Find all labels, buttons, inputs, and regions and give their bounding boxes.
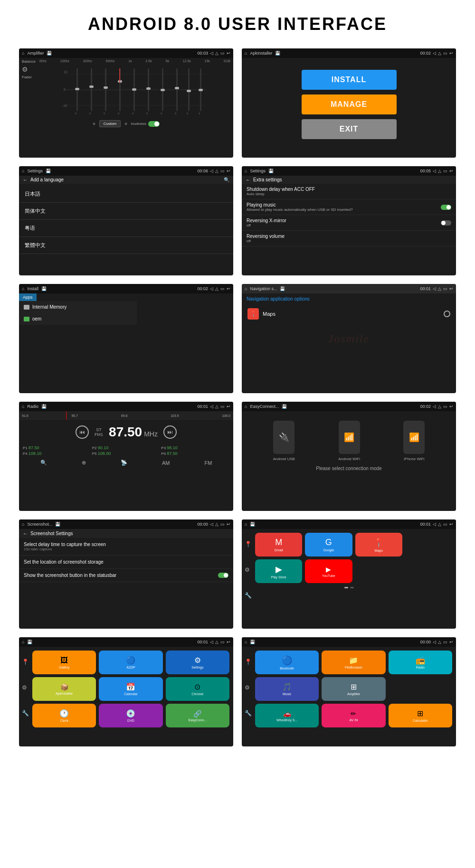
preset-p4[interactable]: P4 106.10 xyxy=(23,451,91,456)
playing-music-toggle[interactable] xyxy=(441,205,451,210)
back-icon: ↩ xyxy=(449,640,453,644)
home-icon[interactable]: ⌂ xyxy=(22,404,24,409)
loudness-toggle-switch[interactable] xyxy=(148,121,160,127)
home-icon[interactable]: ⌂ xyxy=(22,522,24,527)
gallery-tile[interactable]: 🖼 Gallery xyxy=(32,651,96,674)
svg-rect-16 xyxy=(132,88,136,91)
back-icon: ↩ xyxy=(449,522,453,527)
battery-icon: ▭ xyxy=(220,169,225,173)
dvd-tile[interactable]: 💿 DVD xyxy=(99,704,162,727)
radio-title: Radio xyxy=(27,404,38,409)
svg-text:0: 0 xyxy=(187,112,189,115)
calculator-tile[interactable]: ⊞ Calculator xyxy=(389,704,452,727)
radio-search-button[interactable]: 🔍 xyxy=(40,460,47,466)
back-arrow[interactable]: ← xyxy=(23,177,28,182)
signal-icon: ◁ xyxy=(210,640,213,644)
amplifier-tile[interactable]: ⊞ Amplifier xyxy=(322,677,385,701)
maps-app-tile[interactable]: 📍 Maps xyxy=(355,533,402,557)
statusbar-toggle[interactable] xyxy=(218,573,228,578)
bluetooth-tile[interactable]: 🔵 Bluetooth xyxy=(255,651,319,674)
home-icon[interactable]: ⌂ xyxy=(245,286,247,291)
android-wifi-item[interactable]: 📶 Android WiFi xyxy=(338,421,360,461)
android-wifi-label: Android WiFi xyxy=(338,457,360,461)
lang-item-japanese[interactable]: 日本語 xyxy=(19,186,233,203)
radio-am-button[interactable]: AM xyxy=(162,460,170,466)
lang-item-traditional-chinese[interactable]: 繁體中文 xyxy=(19,237,233,254)
manage-button[interactable]: MANAGE xyxy=(302,94,397,114)
custom-button[interactable]: Custom xyxy=(99,120,121,127)
wheelkey-tile[interactable]: 🚗 WheelKey S... xyxy=(255,704,319,727)
search-icon[interactable]: 🔍 xyxy=(224,177,229,182)
youtube-app-tile[interactable]: ▶ YouTube xyxy=(305,559,352,583)
volume-icon: △ xyxy=(215,169,218,173)
music-tile[interactable]: 🎵 Music xyxy=(255,677,319,701)
svg-rect-10 xyxy=(105,68,106,111)
app-grid-2-screen: ⌂ 💾 00:01 ◁ △ ▭ ↩ 📍 ⚙ 🔧 🖼 Gallery xyxy=(19,637,233,746)
home-icon[interactable]: ⌂ xyxy=(245,404,247,409)
signal-icon: ◁ xyxy=(210,522,213,527)
back-arrow[interactable]: ← xyxy=(246,177,250,182)
gmail-app-tile[interactable]: M Gmail xyxy=(255,533,302,557)
apkinstaller-tile[interactable]: 📦 ApkInstaller xyxy=(32,677,96,701)
screenshot-screen: ⌂ Screenshot... 💾 00:00 ◁ △ ▭ ↩ ← Screen… xyxy=(19,519,233,629)
home-icon[interactable]: ⌂ xyxy=(245,640,247,644)
calendar-tile[interactable]: 📅 Calendar xyxy=(99,677,162,701)
avin-tile[interactable]: ✏ AV IN xyxy=(322,704,385,727)
a2dp-tile[interactable]: 🔵 A2DP xyxy=(99,651,162,674)
preset-p3[interactable]: P3 98.10 xyxy=(161,445,229,450)
radio-bluetooth-button[interactable]: ⊕ xyxy=(82,460,86,466)
chrome-tile[interactable]: ⊙ Chrome xyxy=(166,677,229,701)
lang-item-cantonese[interactable]: 粤语 xyxy=(19,220,233,237)
home-icon[interactable]: ⌂ xyxy=(22,286,24,291)
battery-icon: ▭ xyxy=(220,51,225,56)
oem-item[interactable]: oem xyxy=(19,313,137,325)
back-icon: ↩ xyxy=(227,404,230,409)
settings-extra-screen: ⌂ Settings 💾 00:05 ◁ △ ▭ ↩ ← Extra setti… xyxy=(242,166,456,275)
back-arrow[interactable]: ← xyxy=(23,531,28,536)
clock-tile[interactable]: 🕐 Clock xyxy=(32,704,96,727)
extra-item-music: Playing music Allowed to play music auto… xyxy=(242,199,456,215)
eq-label-5k: 5k xyxy=(165,59,169,63)
svg-rect-11 xyxy=(104,86,108,89)
home-icon[interactable]: ⌂ xyxy=(245,522,247,527)
exit-button[interactable]: EXIT xyxy=(302,119,397,139)
iphone-wifi-item[interactable]: 📶 iPhone WiFi xyxy=(403,421,425,461)
maps-item[interactable]: 📍 Maps xyxy=(242,304,456,323)
frequency-bar: 91.695.799.8103.9106.0 xyxy=(19,411,233,420)
settings-tile[interactable]: ⚙ Settings xyxy=(166,651,229,674)
home-icon[interactable]: ⌂ xyxy=(245,51,247,56)
reversing-xmirror-toggle[interactable] xyxy=(441,220,451,226)
preset-p5[interactable]: P5 108.00 xyxy=(92,451,161,456)
gear-sidebar-icon: 🔧 xyxy=(245,592,252,599)
lang-item-simplified-chinese[interactable]: 简体中文 xyxy=(19,203,233,220)
apk-title: ApkInstaller xyxy=(250,51,272,56)
screenshot-settings-label: Screenshot Settings xyxy=(30,531,73,536)
radio-frequency: 87.50 xyxy=(109,425,142,440)
android-wifi-icon: 📶 xyxy=(339,421,360,454)
internal-memory-label: Internal Memory xyxy=(32,304,66,310)
playstore-app-tile[interactable]: ▶ Play Store xyxy=(255,559,302,583)
extra-item-reversing-volume: Reversing volume off xyxy=(242,231,456,246)
easyconn-tile[interactable]: 🔗 EasyConn... xyxy=(166,704,229,727)
radio-tile[interactable]: 📻 Radio xyxy=(389,651,452,674)
maps-radio-button[interactable] xyxy=(444,311,450,317)
android-usb-item[interactable]: 🔌 Android USB xyxy=(273,421,295,461)
internal-memory-item[interactable]: Internal Memory xyxy=(19,301,137,313)
home-icon[interactable]: ⌂ xyxy=(22,640,24,644)
preset-p1[interactable]: P1 87.50 xyxy=(23,445,91,450)
install-button[interactable]: INSTALL xyxy=(302,70,397,90)
radio-prev-button[interactable]: ⏮ xyxy=(76,425,89,439)
app-grid-3-screen: ⌂ 💾 00:00 ◁ △ ▭ ↩ 📍 ⚙ 🔧 🔵 Bluetooth xyxy=(242,637,456,746)
radio-next-button[interactable]: ⏭ xyxy=(163,425,177,439)
home-icon[interactable]: ⌂ xyxy=(245,169,247,173)
preset-p6[interactable]: P6 87.50 xyxy=(161,451,229,456)
home-icon[interactable]: ⌂ xyxy=(22,169,24,173)
preset-p2[interactable]: P2 90.10 xyxy=(92,445,161,450)
watermark: Josmile xyxy=(242,332,456,345)
google-app-tile[interactable]: G Google xyxy=(305,533,352,557)
save-icon: 💾 xyxy=(275,51,280,56)
home-icon[interactable]: ⌂ xyxy=(22,51,24,56)
filebrowser-tile[interactable]: 📁 FileBrowser xyxy=(322,651,385,674)
radio-fm-button[interactable]: FM xyxy=(204,460,212,466)
radio-antenna-button[interactable]: 📡 xyxy=(121,460,127,466)
